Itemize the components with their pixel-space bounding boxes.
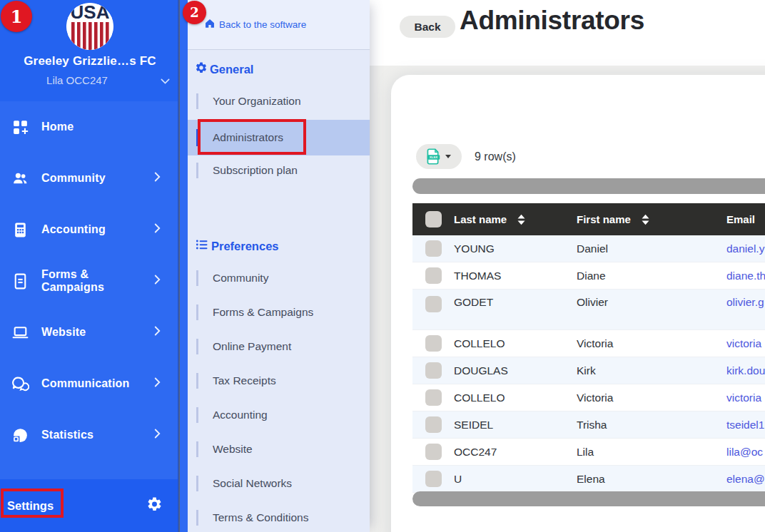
- pie-chart-icon: [11, 426, 29, 444]
- chevron-right-icon: [153, 325, 161, 339]
- svg-text:XLSX: XLSX: [430, 155, 437, 159]
- table-row[interactable]: SEIDEL Trisha tseidel1: [412, 411, 765, 439]
- email-link[interactable]: daniel.y: [726, 242, 764, 255]
- back-to-software-link[interactable]: Back to the software: [188, 0, 370, 50]
- page-title: Administrators: [460, 6, 644, 36]
- table-row[interactable]: U Elena elena@: [412, 466, 765, 493]
- subnav-item-your-organization[interactable]: Your Organization: [188, 91, 370, 112]
- subnav-item-accounting[interactable]: Accounting: [188, 404, 370, 426]
- sidebar-item-website[interactable]: Website: [0, 307, 180, 358]
- select-all-checkbox[interactable]: [425, 211, 442, 227]
- primary-nav: Home Community: [0, 101, 180, 461]
- horizontal-scrollbar-top[interactable]: [412, 178, 765, 194]
- subnav-item-terms-conditions[interactable]: Terms & Conditions: [188, 507, 370, 528]
- chevron-right-icon: [153, 171, 161, 185]
- subnav-item-social-networks[interactable]: Social Networks: [188, 473, 370, 494]
- administrators-table: Last name First name Email: [412, 203, 765, 493]
- table-row[interactable]: GODET Olivier olivier.g: [412, 290, 765, 330]
- email-link[interactable]: lila@oc: [726, 446, 763, 459]
- email-link[interactable]: kirk.dou: [726, 364, 765, 377]
- annotation-step-1-badge: 1: [1, 1, 32, 32]
- chevron-right-icon: [153, 428, 161, 442]
- row-checkbox[interactable]: [425, 362, 442, 379]
- sidebar-item-forms-campaigns[interactable]: Forms & Campaigns: [0, 255, 180, 307]
- row-count: 9 row(s): [475, 144, 516, 169]
- row-checkbox[interactable]: [425, 416, 442, 433]
- email-link[interactable]: elena@: [726, 473, 765, 486]
- sidebar-edge: [178, 0, 180, 532]
- administrators-card: XLSX 9 row(s) Last name First name: [391, 75, 765, 532]
- subnav-item-subscription-plan[interactable]: Subscription plan: [188, 160, 370, 181]
- subnav-accent-strip: [180, 0, 188, 532]
- org-user-name: Lila OCC247: [0, 74, 154, 86]
- table-row[interactable]: COLLELO Victoria victoria: [412, 330, 765, 357]
- row-checkbox[interactable]: [425, 335, 442, 352]
- back-button[interactable]: Back: [400, 16, 455, 38]
- export-xlsx-button[interactable]: XLSX: [416, 144, 462, 169]
- chevron-right-icon: [153, 377, 161, 391]
- gear-icon: [195, 61, 208, 77]
- row-checkbox[interactable]: [425, 444, 442, 460]
- club-logo: USA: [66, 3, 113, 50]
- caret-down-icon: [445, 155, 451, 158]
- email-link[interactable]: tseidel1: [726, 419, 764, 431]
- subnav-item-tax-receipts[interactable]: Tax Receipts: [188, 370, 370, 392]
- laptop-icon: [11, 324, 29, 342]
- sort-icon[interactable]: [516, 214, 527, 225]
- table-row[interactable]: THOMAS Diane diane.th: [412, 262, 765, 290]
- sidebar-item-statistics[interactable]: Statistics: [0, 409, 180, 461]
- chat-bubbles-icon: [11, 375, 29, 393]
- annotation-highlight-settings: [1, 488, 64, 518]
- xlsx-file-icon: XLSX: [427, 148, 440, 165]
- home-icon: [205, 19, 215, 31]
- row-checkbox[interactable]: [425, 471, 442, 487]
- table-header: Last name First name Email: [412, 203, 765, 235]
- subnav-item-website[interactable]: Website: [188, 439, 370, 460]
- chevron-right-icon: [153, 274, 161, 288]
- subnav-item-community[interactable]: Community: [188, 267, 370, 289]
- row-checkbox[interactable]: [425, 267, 442, 284]
- email-link[interactable]: diane.th: [726, 270, 765, 282]
- annotation-step-2-badge: 2: [183, 1, 206, 24]
- people-icon: [11, 170, 29, 188]
- chevron-down-icon[interactable]: [160, 76, 171, 88]
- row-checkbox[interactable]: [425, 389, 442, 406]
- email-link[interactable]: victoria: [726, 337, 761, 350]
- chevron-right-icon: [153, 222, 161, 237]
- email-link[interactable]: victoria: [726, 392, 761, 404]
- annotation-highlight-administrators: [198, 119, 306, 155]
- sidebar-item-accounting[interactable]: Accounting: [0, 204, 180, 255]
- subnav-item-forms-campaigns[interactable]: Forms & Campaigns: [188, 302, 370, 323]
- list-icon: [195, 237, 209, 255]
- main-content: Back Administrators XLSX 9 row(s) Last n…: [370, 0, 765, 532]
- calculator-icon: [11, 221, 29, 239]
- svg-text:USA: USA: [71, 3, 110, 23]
- primary-sidebar: USA Greeley Grizzlie…s FC Lila OCC247 Ho…: [0, 0, 180, 532]
- row-checkbox[interactable]: [425, 296, 442, 312]
- email-link[interactable]: olivier.g: [726, 296, 764, 309]
- subnav-section-preferences: Preferences: [188, 237, 370, 255]
- sidebar-item-home[interactable]: Home: [0, 101, 180, 153]
- settings-subnav: Back to the software General Your Organi…: [180, 0, 370, 532]
- table-row[interactable]: YOUNG Daniel daniel.y: [412, 235, 765, 262]
- page-header: Back Administrators: [370, 0, 765, 66]
- table-row[interactable]: DOUGLAS Kirk kirk.dou: [412, 357, 765, 384]
- row-checkbox[interactable]: [425, 240, 442, 257]
- org-name: Greeley Grizzlie…s FC: [0, 54, 180, 68]
- subnav-item-online-payment[interactable]: Online Payment: [188, 336, 370, 357]
- sidebar-item-communication[interactable]: Communication: [0, 358, 180, 409]
- table-body: YOUNG Daniel daniel.y THOMAS Diane diane…: [412, 235, 765, 493]
- sort-icon[interactable]: [640, 214, 651, 225]
- table-row[interactable]: COLLELO Victoria victoria: [412, 384, 765, 411]
- subnav-section-general: General: [188, 61, 370, 78]
- sidebar-item-community[interactable]: Community: [0, 153, 180, 204]
- horizontal-scrollbar-bottom[interactable]: [412, 491, 765, 506]
- dashboard-icon: [11, 118, 29, 136]
- table-row[interactable]: OCC247 Lila lila@oc: [412, 439, 765, 466]
- gear-icon[interactable]: [146, 496, 163, 516]
- document-icon: [11, 272, 29, 290]
